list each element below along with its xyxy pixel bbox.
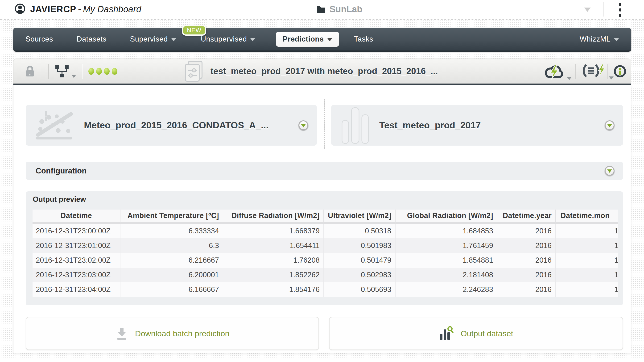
triangle-down-icon	[301, 124, 306, 127]
table-cell: 1.852262	[223, 268, 324, 282]
project-chevron-down-icon[interactable]	[584, 8, 591, 12]
configuration-label: Configuration	[36, 166, 86, 175]
table-cell: 6.200001	[120, 268, 223, 282]
table-cell: 2016-12-31T23:02:00Z	[32, 253, 120, 268]
panel-divider	[324, 99, 325, 149]
nav-item-datasets[interactable]: Datasets	[76, 35, 106, 43]
header-divider	[300, 2, 300, 17]
toolbar-divider	[576, 64, 576, 79]
table-row: 2016-12-31T23:02:00Z6.2166671.762080.501…	[32, 253, 618, 268]
column-header: Global Radiation [W/m2]	[396, 210, 498, 224]
chevron-down-icon	[609, 76, 614, 80]
toolbar-divider	[48, 64, 49, 79]
status-dots	[88, 68, 118, 75]
column-header: Datetime	[32, 210, 120, 224]
table-cell: 2016-12-31T23:04:00Z	[32, 282, 120, 297]
table-cell: 2016	[498, 282, 556, 297]
table-cell: 2.181408	[396, 268, 498, 282]
nav-item-unsupervised[interactable]: Unsupervised	[201, 35, 256, 43]
table-cell: 0.501479	[324, 253, 396, 268]
table-cell: 6.166667	[120, 282, 223, 297]
status-dot	[104, 68, 110, 75]
table-cell: 2016	[498, 238, 556, 253]
toolbar-divider	[82, 64, 82, 79]
chevron-down-icon	[614, 38, 619, 41]
output-dataset-label: Output dataset	[460, 329, 513, 338]
output-preview-table: DatetimeAmbient Temperature [ºC]Diffuse …	[32, 210, 618, 297]
lock-icon[interactable]	[25, 65, 35, 77]
table-cell: 2.246283	[396, 282, 498, 297]
table-cell: 0.502983	[324, 268, 396, 282]
table-row: 2016-12-31T23:04:00Z6.1666671.8541760.50…	[32, 282, 618, 297]
dataset-name: Test_meteo_prod_2017	[379, 120, 481, 130]
table-cell: 6.216667	[120, 253, 223, 268]
dashboard-title: JAVIERCP-My Dashboard	[30, 4, 141, 15]
download-batch-prediction-button[interactable]: Download batch prediction	[26, 317, 319, 350]
project-name[interactable]: SunLab	[330, 4, 362, 15]
nav-item-supervised[interactable]: Supervised	[130, 35, 176, 43]
top-header: JAVIERCP-My Dashboard SunLab	[0, 0, 644, 20]
nav-item-tasks[interactable]: Tasks	[354, 35, 374, 43]
model-panel-toggle[interactable]	[298, 120, 308, 130]
table-cell: 1	[556, 238, 618, 253]
output-preview-panel: Output preview DatetimeAmbient Temperatu…	[26, 191, 623, 305]
table-cell: 6.333334	[120, 224, 223, 238]
table-cell: 2016	[498, 268, 556, 282]
main-content: Meteo_prod_2015_2016_CONDATOS_A_... Test…	[13, 85, 631, 353]
configuration-toggle[interactable]	[605, 166, 614, 176]
download-icon	[115, 327, 128, 340]
table-cell: 0.505693	[324, 282, 396, 297]
table-cell: 1	[556, 268, 618, 282]
cloud-actions-icon[interactable]	[543, 63, 572, 80]
chevron-down-icon	[171, 38, 176, 41]
chevron-down-icon	[250, 38, 255, 41]
sitemap-icon[interactable]	[55, 65, 76, 78]
configuration-section[interactable]: Configuration	[26, 162, 623, 180]
table-cell: 1.854881	[396, 253, 498, 268]
output-preview-table-container[interactable]: DatetimeAmbient Temperature [ºC]Diffuse …	[32, 210, 618, 299]
table-row: 2016-12-31T23:03:00Z6.2000011.8522620.50…	[32, 268, 618, 282]
nav-item-sources[interactable]: Sources	[26, 35, 53, 43]
batch-prediction-icon	[184, 60, 205, 82]
user-avatar-icon[interactable]	[14, 3, 26, 14]
kebab-menu-icon[interactable]	[615, 3, 625, 17]
chevron-down-icon	[567, 77, 572, 80]
table-cell: 1.76208	[223, 253, 324, 268]
table-cell: 1	[556, 282, 618, 297]
table-cell: 2016-12-31T23:03:00Z	[32, 268, 120, 282]
download-label: Download batch prediction	[135, 329, 230, 338]
output-preview-label: Output preview	[33, 195, 86, 204]
output-dataset-button[interactable]: Output dataset	[329, 317, 623, 350]
main-navbar: NEW Sources Datasets Supervised Unsuperv…	[13, 28, 631, 52]
nav-item-whizzml[interactable]: WhizzML	[580, 35, 619, 43]
table-row: 2016-12-31T23:00:00Z6.3333341.6683790.50…	[32, 224, 618, 238]
scripting-actions-icon[interactable]	[582, 63, 614, 80]
model-panel[interactable]: Meteo_prod_2015_2016_CONDATOS_A_...	[26, 105, 317, 146]
table-cell: 1.684853	[396, 224, 498, 238]
status-dot	[88, 68, 94, 75]
table-cell: 2016-12-31T23:01:00Z	[32, 238, 120, 253]
table-cell: 2016	[498, 253, 556, 268]
chevron-down-icon	[72, 75, 76, 78]
table-cell: 0.50318	[324, 224, 396, 238]
dataset-panel[interactable]: Test_meteo_prod_2017	[331, 105, 623, 146]
status-dot	[112, 68, 118, 75]
table-row: 2016-12-31T23:01:00Z6.31.6544110.5019831…	[32, 238, 618, 253]
model-icon	[34, 110, 75, 140]
column-header: Ultraviolet [W/m2]	[324, 210, 396, 224]
table-cell: 2016	[498, 224, 556, 238]
table-cell: 1	[556, 224, 618, 238]
triangle-down-icon	[607, 124, 612, 127]
table-cell: 1.654411	[223, 238, 324, 253]
nav-item-predictions-selected[interactable]: Predictions	[276, 32, 339, 47]
table-cell: 0.501983	[324, 238, 396, 253]
model-name: Meteo_prod_2015_2016_CONDATOS_A_...	[84, 120, 268, 130]
info-icon[interactable]	[614, 65, 626, 78]
toolbar-divider	[608, 64, 608, 79]
column-header: Datetime.year	[498, 210, 556, 224]
dataset-panel-toggle[interactable]	[605, 120, 614, 130]
column-header: Diffuse Radiation [W/m2]	[223, 210, 324, 224]
status-dot	[96, 68, 102, 75]
table-cell: 1	[556, 253, 618, 268]
resource-toolbar: test_meteo_prod_2017 with meteo_prod_201…	[13, 59, 631, 85]
